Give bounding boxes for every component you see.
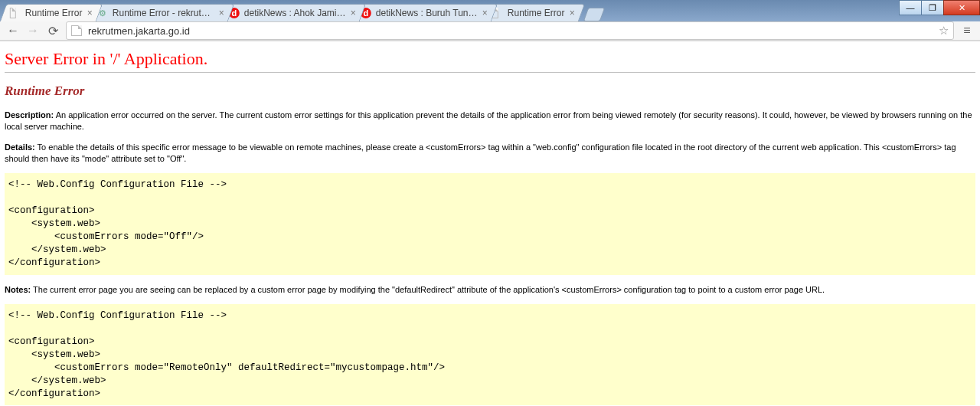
tab-label: Runtime Error - rekrutmen	[113, 8, 214, 18]
page-icon	[10, 8, 21, 18]
tab-label: Runtime Error	[25, 8, 83, 18]
tab-label: detikNews : Buruh Tuntut	[376, 8, 478, 18]
reload-button[interactable]: ⟳	[46, 24, 60, 38]
window-maximize-button[interactable]: ❐	[921, 0, 944, 15]
address-bar[interactable]: ☆	[66, 21, 954, 40]
description-text: An application error occurred on the ser…	[5, 110, 972, 131]
tab-label: detikNews : Ahok Jamin T	[244, 8, 346, 18]
tab-close-icon[interactable]: ×	[219, 8, 224, 18]
new-tab-button[interactable]	[583, 8, 606, 21]
browser-tab[interactable]: ddetikNews : Ahok Jamin T×	[219, 4, 366, 21]
bookmark-star-icon[interactable]: ☆	[939, 24, 949, 38]
notes-paragraph: Notes: The current error page you are se…	[5, 284, 975, 296]
url-input[interactable]	[87, 25, 939, 38]
code-block-1: <!-- Web.Config Configuration File --> <…	[5, 173, 975, 274]
tab-close-icon[interactable]: ×	[87, 8, 93, 18]
notes-text: The current error page you are seeing ca…	[33, 285, 825, 294]
error-heading: Runtime Error	[5, 83, 975, 99]
tab-close-icon[interactable]: ×	[351, 8, 356, 18]
window-controls: — ❐ ✕	[900, 0, 980, 15]
page-content: Server Error in '/' Application. Runtime…	[0, 41, 980, 406]
chrome-menu-button[interactable]: ≡	[960, 24, 974, 38]
forward-button[interactable]: →	[26, 24, 40, 38]
browser-tab[interactable]: Runtime Error×	[482, 4, 585, 21]
back-button[interactable]: ←	[6, 24, 20, 38]
browser-tab[interactable]: ddetikNews : Buruh Tuntut×	[351, 4, 498, 21]
notes-label: Notes:	[5, 285, 31, 294]
browser-tab[interactable]: Runtime Error×	[0, 4, 103, 21]
description-label: Description:	[5, 110, 54, 120]
description-paragraph: Description: An application error occurr…	[5, 110, 975, 133]
nav-toolbar: ← → ⟳ ☆ ≡	[0, 21, 980, 41]
browser-tab[interactable]: ⚙Runtime Error - rekrutmen×	[87, 4, 234, 21]
page-title: Server Error in '/' Application.	[5, 49, 975, 69]
site-identity-icon[interactable]	[71, 25, 82, 36]
details-label: Details:	[5, 142, 35, 152]
tab-label: Runtime Error	[508, 8, 565, 18]
window-close-button[interactable]: ✕	[943, 0, 980, 15]
window-minimize-button[interactable]: —	[899, 0, 922, 15]
title-divider	[5, 72, 975, 73]
code-block-2: <!-- Web.Config Configuration File --> <…	[5, 304, 975, 405]
tab-close-icon[interactable]: ×	[569, 8, 574, 18]
details-paragraph: Details: To enable the details of this s…	[5, 142, 975, 165]
tab-strip: Runtime Error×⚙Runtime Error - rekrutmen…	[0, 0, 980, 21]
details-text: To enable the details of this specific e…	[5, 142, 956, 163]
tab-close-icon[interactable]: ×	[482, 8, 488, 18]
